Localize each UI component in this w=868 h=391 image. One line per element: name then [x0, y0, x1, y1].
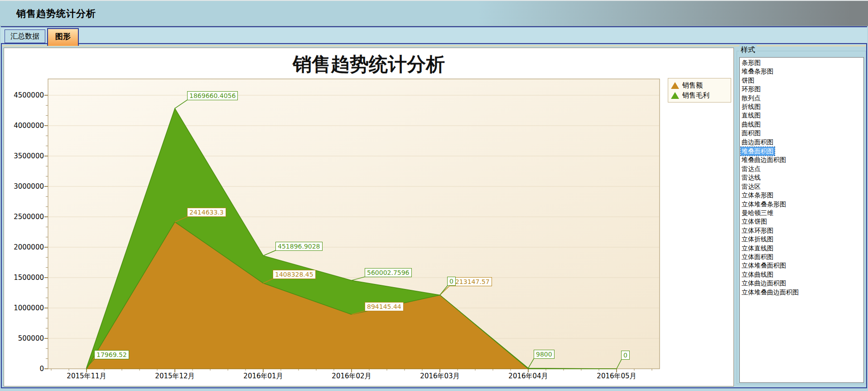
legend-item: 销售额 [671, 80, 728, 90]
style-option[interactable]: 立体堆叠面积图 [741, 261, 863, 270]
style-option[interactable]: 立体直线图 [741, 244, 863, 253]
tab-graph[interactable]: 图形 [47, 28, 79, 46]
y-axis-label: 500000 [12, 334, 44, 342]
style-option[interactable]: 曲边面积图 [741, 138, 863, 147]
style-option[interactable]: 直线图 [741, 111, 863, 120]
style-option[interactable]: 饼图 [741, 76, 863, 85]
style-option[interactable]: 雷达线 [741, 173, 863, 182]
y-axis-label: 0 [12, 365, 44, 373]
style-option[interactable]: 面积图 [741, 129, 863, 137]
style-option[interactable]: 立体面积图 [741, 253, 863, 261]
style-option[interactable]: 堆叠条形图 [741, 67, 863, 76]
data-label: 17969.52 [94, 350, 129, 359]
x-axis-label: 2016年04月 [497, 372, 560, 381]
x-axis-label: 2016年03月 [408, 372, 472, 381]
data-label: 451896.9028 [275, 242, 323, 251]
data-label: 1408328.45 [273, 270, 316, 279]
title-bar: 销售趋势统计分析 [0, 1, 868, 26]
legend-label: 销售额 [682, 81, 703, 90]
chart-panel: 销售趋势统计分析 2015年11月2015年12月2016年01月2016年02… [4, 48, 734, 386]
style-option[interactable]: 立体曲边面积图 [741, 279, 863, 288]
content-accent-line [2, 45, 866, 46]
style-option[interactable]: 立体堆叠条形图 [741, 200, 863, 209]
legend-label: 销售毛利 [682, 91, 709, 100]
x-axis-label: 2016年02月 [320, 372, 383, 381]
style-option[interactable]: 雷达区 [741, 182, 863, 191]
tab-strip [1, 26, 867, 44]
data-label: 9800 [534, 350, 555, 359]
y-axis-label: 3500000 [12, 152, 44, 160]
data-label: 894145.44 [365, 302, 404, 311]
legend: 销售额销售毛利 [668, 78, 731, 103]
x-axis-label: 2015年12月 [143, 372, 207, 381]
data-label: 1869660.4056 [187, 91, 238, 100]
window-title: 销售趋势统计分析 [16, 7, 96, 20]
content-panel: 销售趋势统计分析 2015年11月2015年12月2016年01月2016年02… [1, 43, 867, 388]
y-axis-label: 2500000 [12, 213, 44, 221]
data-label: 0 [447, 277, 456, 286]
style-option[interactable]: 曼哈顿三维 [741, 209, 863, 217]
style-option-selected[interactable]: 堆叠面积图 [741, 147, 775, 156]
style-option[interactable]: 立体饼图 [741, 217, 863, 226]
style-option[interactable]: 立体条形图 [741, 191, 863, 200]
x-axis-label: 2016年05月 [585, 372, 648, 381]
style-option[interactable]: 雷达点 [741, 165, 863, 173]
style-panel-label: 样式 [739, 45, 757, 55]
legend-triangle-icon [671, 92, 679, 99]
style-option[interactable]: 环形图 [741, 85, 863, 93]
y-axis-label: 1000000 [12, 304, 44, 312]
x-axis-label: 2015年11月 [55, 372, 118, 381]
style-option[interactable]: 立体堆叠曲边面积图 [741, 288, 863, 297]
x-axis-label: 2016年01月 [231, 372, 295, 381]
chart-title: 销售趋势统计分析 [4, 52, 733, 77]
y-axis-label: 4000000 [12, 122, 44, 130]
legend-triangle-icon [671, 82, 679, 89]
y-axis-label: 4500000 [12, 91, 44, 99]
y-axis-label: 1500000 [12, 274, 44, 282]
style-option[interactable]: 立体环形图 [741, 226, 863, 235]
style-option[interactable]: 曲线图 [741, 120, 863, 129]
style-option[interactable]: 立体折线图 [741, 235, 863, 244]
style-option[interactable]: 折线图 [741, 103, 863, 111]
legend-item: 销售毛利 [671, 90, 728, 100]
tab-summary-data[interactable]: 汇总数据 [5, 29, 45, 43]
y-axis-label: 2000000 [12, 243, 44, 251]
chart-svg [4, 48, 733, 386]
y-axis-label: 3000000 [12, 182, 44, 191]
data-label: 2414633.3 [187, 208, 226, 217]
data-label: 560002.7596 [365, 268, 412, 277]
style-option[interactable]: 散列点 [741, 94, 863, 103]
data-label: 0 [621, 351, 630, 360]
style-option[interactable]: 条形图 [741, 59, 863, 67]
style-listbox[interactable]: 条形图堆叠条形图饼图环形图散列点折线图直线图曲线图面积图曲边面积图堆叠面积图堆叠… [739, 57, 864, 383]
style-option[interactable]: 堆叠曲边面积图 [741, 156, 863, 164]
app-window: 销售趋势统计分析 汇总数据 图形 销售趋势统计分析 2015年11月2015年1… [0, 0, 868, 391]
style-option[interactable]: 立体曲线图 [741, 270, 863, 279]
